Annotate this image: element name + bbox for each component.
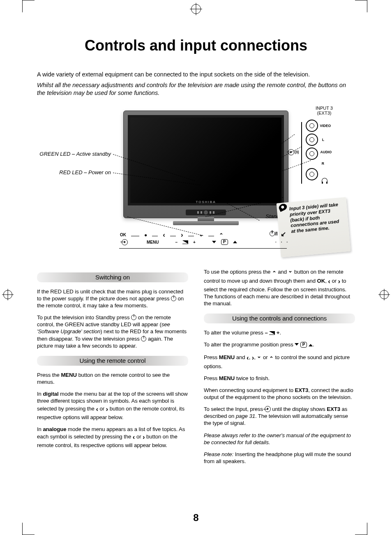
power-icon [171, 296, 176, 301]
body-columns: Switching on If the RED LED is unlit che… [37, 266, 355, 470]
tv-control-inset [186, 210, 226, 215]
body-text: When connecting sound equipment to EXT3,… [204, 387, 355, 401]
left-column: Switching on If the RED LED is unlit che… [37, 266, 188, 470]
down-icon [199, 231, 203, 239]
down-icon [288, 269, 293, 275]
tv-diagram: GREEN LED – Active standby RED LED – Pow… [37, 106, 355, 266]
program-up-icon [233, 241, 237, 243]
plus-label: + [193, 240, 196, 244]
priority-note-text: Input 3 (side) will take priority over E… [289, 202, 339, 233]
up-icon [219, 231, 224, 238]
up-icon [269, 354, 274, 360]
input3-port-group: VIDEO L AUDIO (3) R [304, 118, 320, 182]
priority-note: Input 3 (side) will take priority over E… [277, 197, 351, 257]
pushpin-icon [278, 203, 288, 212]
tv-brand: TOSHIBA [196, 200, 216, 204]
crop-mark [22, 0, 23, 12]
section-heading-switching-on: Switching on [37, 272, 188, 282]
audio-r-label: R [322, 161, 324, 166]
input-select-icon [265, 406, 271, 412]
headphone-icon [322, 178, 327, 182]
right-icon [181, 231, 183, 239]
audio-r-jack-icon [306, 148, 318, 160]
body-text: Press MENU and , , or to control the sou… [204, 353, 355, 369]
audio-label: AUDIO [321, 150, 332, 154]
input-select-icon [288, 149, 294, 155]
crop-mark [367, 0, 367, 12]
body-text: To use the options press the and button … [204, 268, 355, 307]
left-icon [163, 231, 165, 239]
right-column: To use the options press the and button … [204, 266, 355, 470]
body-text: Press MENU twice to finish. [204, 375, 355, 382]
tv-button-bar: OK ● /I ↙ MENU [119, 231, 287, 249]
minus-label: – [175, 240, 178, 244]
video-jack-icon [306, 120, 318, 132]
program-up-icon [309, 344, 313, 346]
body-text: To put the television into Standby press… [37, 314, 188, 349]
menu-label: MENU [147, 240, 159, 244]
body-text: To alter the programme position press P … [204, 341, 355, 348]
program-down-icon [212, 241, 216, 243]
power-icon [131, 315, 136, 320]
nav-dot-icon: ● [144, 232, 147, 238]
power-icon [141, 336, 146, 341]
side-3-marker: (3) [295, 150, 299, 154]
page-title: Controls and input connections [37, 37, 355, 54]
audio-l-label: L [322, 138, 324, 142]
tv-screen [128, 115, 284, 205]
body-text: Please note: Inserting the headphone plu… [204, 451, 355, 465]
input-select-icon [122, 239, 128, 245]
body-text: Press the MENU button on the remote cont… [37, 371, 188, 385]
body-text: In analogue mode the menu appears as a l… [37, 426, 188, 449]
program-label: P [300, 342, 307, 348]
program-label: P [221, 239, 228, 245]
body-text: Please always refer to the owner's manua… [204, 432, 355, 446]
intro-paragraph-2: Whilst all the necessary adjustments and… [37, 81, 355, 97]
registration-mark-top [191, 4, 201, 14]
intro-paragraph-1: A wide variety of external equipment can… [37, 71, 355, 79]
up-icon [272, 269, 277, 275]
input3-label: INPUT 3 (EXT3) [310, 106, 339, 115]
section-heading-controls: Using the controls and connections [204, 314, 355, 323]
headphone-jack-icon [306, 168, 318, 180]
body-text: If the RED LED is unlit check that the m… [37, 288, 188, 309]
volume-icon [182, 240, 188, 244]
body-text: To select the Input, press until the dis… [204, 406, 355, 427]
crop-mark [22, 523, 23, 535]
crop-mark [367, 523, 367, 535]
page-number: 8 [193, 512, 198, 523]
ok-label: OK [120, 233, 126, 237]
down-icon [257, 354, 261, 360]
body-text: To alter the volume press – +. [204, 329, 355, 336]
green-led-label: GREEN LED – Active standby [37, 151, 111, 157]
red-led-label: RED LED – Power on [37, 169, 111, 175]
volume-icon [269, 331, 275, 335]
body-text: In digital mode the menu bar at the top … [37, 390, 188, 421]
video-label: VIDEO [320, 124, 331, 128]
audio-l-jack-icon [306, 134, 318, 146]
program-down-icon [295, 343, 299, 346]
section-heading-remote: Using the remote control [37, 356, 188, 366]
power-icon [270, 231, 275, 236]
